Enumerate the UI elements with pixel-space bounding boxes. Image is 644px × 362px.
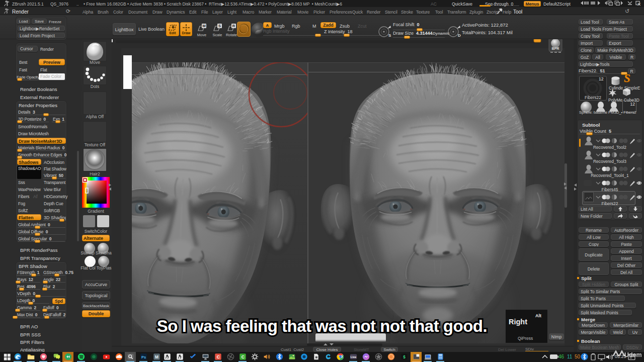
svg-text:So I was feeling that was not: So I was feeling that was not not that g…	[157, 317, 487, 335]
svg-text:R: R	[232, 24, 235, 28]
svg-text:Udemy: Udemy	[624, 351, 641, 358]
svg-text:C: C	[217, 354, 220, 359]
svg-text:BPR: BPR	[552, 47, 559, 50]
svg-text:M: M	[202, 24, 205, 28]
svg-text:S: S	[218, 24, 221, 28]
svg-text:M: M	[155, 354, 158, 359]
svg-text:Ps: Ps	[141, 355, 146, 359]
svg-text:D: D	[458, 33, 461, 38]
svg-text:C: C	[242, 354, 245, 359]
svg-text:S: S	[388, 33, 391, 38]
svg-text:Live: Live	[351, 355, 357, 358]
svg-text:$: $	[403, 355, 406, 360]
